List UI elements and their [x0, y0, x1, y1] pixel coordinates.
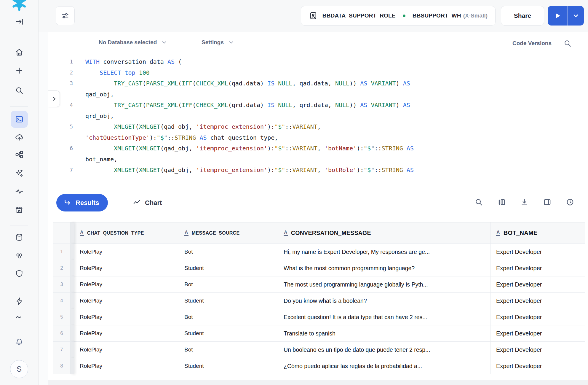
user-avatar[interactable]: S — [10, 360, 28, 378]
table-cell[interactable]: What is the most common programming lang… — [278, 260, 491, 276]
database-icon[interactable] — [0, 233, 39, 242]
table-cell[interactable]: RolePlay — [74, 276, 179, 293]
table-cell[interactable]: Expert Developer — [491, 325, 585, 342]
settings-dropdown[interactable]: Settings — [202, 39, 234, 46]
run-options-button[interactable] — [568, 6, 584, 26]
table-cell[interactable]: Bot — [179, 309, 278, 325]
row-number-cell[interactable]: 2 — [53, 260, 71, 276]
column-header[interactable]: ACONVERSATION_MESSAGE — [278, 222, 491, 244]
sparkles-icon[interactable] — [0, 168, 39, 177]
code-text[interactable]: qad_obj, — [73, 89, 114, 100]
row-number-cell[interactable]: 3 — [53, 276, 71, 293]
search-icon[interactable] — [563, 39, 572, 47]
table-cell[interactable]: Hi, my name is Expert Developer, My resp… — [278, 244, 491, 260]
table-cell[interactable]: Student — [179, 325, 278, 342]
code-text[interactable]: XMLGET(XMLGET(qad_obj, 'itemproc_extensi… — [73, 121, 321, 132]
table-cell[interactable]: RolePlay — [74, 260, 179, 276]
row-number-header[interactable] — [53, 222, 71, 244]
table-row: 6RolePlayStudentTranslate to spanishExpe… — [53, 325, 585, 342]
editor-toolbar: No Database selected Settings Code Versi… — [48, 32, 588, 56]
line-number: 1 — [48, 56, 73, 67]
wave-icon[interactable] — [0, 313, 39, 322]
pinned-column-strip — [71, 260, 74, 276]
table-cell[interactable]: RolePlay — [74, 325, 179, 342]
table-cell[interactable]: Translate to spanish — [278, 325, 491, 342]
hierarchy-icon[interactable] — [0, 150, 39, 159]
table-cell[interactable]: RolePlay — [74, 244, 179, 260]
table-cell[interactable]: Bot — [179, 244, 278, 260]
code-text[interactable]: XMLGET(XMLGET(qad_obj, 'itemproc_extensi… — [73, 165, 414, 176]
column-header[interactable]: AMESSAGE_SOURCE — [179, 222, 278, 244]
column-header[interactable]: ABOT_NAME — [491, 222, 585, 244]
table-cell[interactable]: Un booleano es un tipo de dato que puede… — [278, 342, 491, 358]
row-number-cell[interactable]: 7 — [53, 342, 71, 358]
row-number-cell[interactable]: 4 — [53, 293, 71, 309]
code-text[interactable]: qrd_obj, — [73, 111, 114, 122]
tab-chart[interactable]: Chart — [127, 194, 167, 211]
download-icon[interactable] — [520, 198, 529, 206]
table-cell[interactable]: Expert Developer — [491, 358, 585, 374]
tab-results[interactable]: Results — [56, 194, 108, 211]
expand-panel-tab[interactable] — [48, 90, 60, 107]
code-text[interactable]: TRY_CAST(PARSE_XML(IFF(CHECK_XML(qrd.dat… — [73, 100, 410, 111]
column-header[interactable]: ACHAT_QUESTION_TYPE — [74, 222, 179, 244]
row-number-cell[interactable]: 1 — [53, 244, 71, 260]
activity-pulse-icon[interactable] — [0, 187, 39, 196]
marketplace-icon[interactable] — [0, 205, 39, 214]
context-selector[interactable]: BBDATA_SUPPORT_ROLE BBSUPPORT_WH(X-Small… — [301, 6, 496, 26]
lightning-icon[interactable] — [0, 297, 39, 306]
table-row: 8RolePlayStudent¿Cómo puedo aplicar las … — [53, 358, 585, 374]
code-text[interactable]: TRY_CAST(PARSE_XML(IFF(CHECK_XML(qad.dat… — [73, 78, 410, 89]
search-icon[interactable] — [0, 86, 39, 95]
table-cell[interactable]: Expert Developer — [491, 276, 585, 293]
table-cell[interactable]: RolePlay — [74, 293, 179, 309]
table-cell[interactable]: RolePlay — [74, 309, 179, 325]
side-panel-icon[interactable] — [543, 198, 552, 206]
code-text[interactable]: XMLGET(XMLGET(qad_obj, 'itemproc_extensi… — [73, 143, 414, 154]
home-icon[interactable] — [0, 48, 39, 57]
table-cell[interactable]: Expert Developer — [491, 260, 585, 276]
cloud-upload-icon[interactable] — [0, 133, 39, 141]
table-cell[interactable]: Bot — [179, 342, 278, 358]
table-cell[interactable]: Student — [179, 293, 278, 309]
table-cell[interactable]: Do you know what is a boolean? — [278, 293, 491, 309]
collapse-panel-icon[interactable] — [0, 17, 39, 26]
data-sharing-icon[interactable] — [0, 251, 39, 260]
filters-button[interactable] — [56, 6, 75, 25]
share-button[interactable]: Share — [501, 6, 544, 26]
horizontal-scrollbar-track[interactable] — [48, 380, 588, 385]
database-selector[interactable]: No Database selected — [99, 39, 167, 46]
table-cell[interactable]: Student — [179, 260, 278, 276]
table-cell[interactable]: The most used programming language globa… — [278, 276, 491, 293]
table-cell[interactable]: ¿Cómo puedo aplicar las reglas de la pro… — [278, 358, 491, 374]
shield-icon[interactable] — [0, 269, 39, 278]
table-cell[interactable]: Student — [179, 358, 278, 374]
sql-editor[interactable]: 1WITH conversation_data AS (2 SELECT top… — [48, 56, 588, 190]
worksheet-terminal-icon[interactable] — [11, 111, 28, 128]
table-cell[interactable]: Expert Developer — [491, 309, 585, 325]
table-cell[interactable]: Expert Developer — [491, 342, 585, 358]
code-text[interactable]: SELECT top 100 — [73, 67, 150, 78]
row-number-cell[interactable]: 6 — [53, 325, 71, 342]
plus-icon[interactable] — [0, 66, 39, 75]
bell-icon[interactable] — [0, 338, 39, 346]
search-icon[interactable] — [474, 198, 483, 206]
row-number-cell[interactable]: 5 — [53, 309, 71, 325]
code-versions-button[interactable]: Code Versions — [512, 40, 552, 47]
table-cell[interactable]: Expert Developer — [491, 244, 585, 260]
run-button-group — [548, 6, 584, 26]
pinned-column-strip[interactable] — [71, 222, 74, 244]
table-cell[interactable]: Expert Developer — [491, 293, 585, 309]
columns-icon[interactable] — [497, 198, 506, 206]
table-cell[interactable]: Excelent question! It is a data type tha… — [278, 309, 491, 325]
row-number-cell[interactable]: 8 — [53, 358, 71, 374]
code-line: bot_name, — [48, 154, 588, 165]
history-clock-icon[interactable] — [565, 198, 574, 206]
code-text[interactable]: WITH conversation_data AS ( — [73, 56, 182, 67]
code-text[interactable]: 'chatQuestionType'):"$"::STRING AS chat_… — [73, 132, 278, 143]
run-button[interactable] — [548, 6, 567, 26]
table-cell[interactable]: RolePlay — [74, 358, 179, 374]
table-cell[interactable]: Bot — [179, 276, 278, 293]
code-text[interactable]: bot_name, — [73, 154, 117, 165]
table-cell[interactable]: RolePlay — [74, 342, 179, 358]
